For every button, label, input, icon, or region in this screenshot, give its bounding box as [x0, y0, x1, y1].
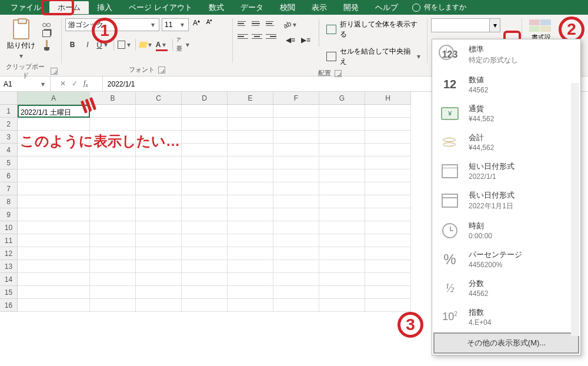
cell[interactable]: [182, 273, 228, 286]
copy-button[interactable]: [41, 29, 52, 38]
orientation-button[interactable]: ab▾: [283, 18, 298, 31]
cell[interactable]: [319, 286, 365, 299]
menu-view[interactable]: 表示: [303, 1, 335, 14]
col-header-B[interactable]: B: [90, 92, 136, 105]
cell[interactable]: [90, 247, 136, 260]
cell[interactable]: [136, 208, 182, 221]
cell[interactable]: [228, 234, 273, 247]
name-box[interactable]: A1▾: [0, 76, 51, 91]
cell[interactable]: [182, 195, 228, 208]
cell[interactable]: [18, 247, 90, 260]
dialog-launcher-icon[interactable]: [158, 66, 165, 74]
col-header-A[interactable]: A: [18, 92, 90, 105]
menu-formulas[interactable]: 数式: [201, 1, 232, 14]
cell[interactable]: [365, 131, 411, 144]
format-option-7[interactable]: %パーセンテージ4456200%: [432, 245, 580, 274]
row-header[interactable]: 10: [0, 221, 18, 234]
cell[interactable]: [273, 247, 319, 260]
format-option-8[interactable]: ½分数44562: [432, 274, 580, 302]
cell[interactable]: [365, 234, 411, 247]
fill-color-button[interactable]: ▾: [139, 38, 153, 51]
cell[interactable]: [228, 144, 273, 157]
cell[interactable]: [182, 105, 228, 118]
cell[interactable]: [136, 118, 182, 131]
menu-pagelayout[interactable]: ページ レイアウト: [121, 1, 201, 14]
format-option-5[interactable]: 長い日付形式2022年1月1日: [432, 185, 580, 216]
cell[interactable]: [182, 169, 228, 182]
cell[interactable]: [319, 208, 365, 221]
format-painter-button[interactable]: [41, 39, 52, 49]
format-option-6[interactable]: 時刻0:00:00: [432, 216, 580, 245]
cell[interactable]: [90, 118, 136, 131]
cell[interactable]: [18, 208, 90, 221]
cell[interactable]: [365, 299, 411, 312]
cell[interactable]: [365, 247, 411, 260]
align-top-button[interactable]: [236, 18, 249, 29]
dialog-launcher-icon[interactable]: [335, 70, 342, 77]
cell[interactable]: [228, 299, 273, 312]
cell[interactable]: [319, 195, 365, 208]
row-header[interactable]: 15: [0, 286, 18, 299]
row-header[interactable]: 6: [0, 169, 18, 182]
cell[interactable]: [319, 118, 365, 131]
cancel-formula-button[interactable]: ✕: [60, 79, 66, 88]
cell[interactable]: [273, 182, 319, 195]
cell[interactable]: [136, 182, 182, 195]
menu-review[interactable]: 校閲: [272, 1, 303, 14]
cell[interactable]: [18, 118, 90, 131]
cell[interactable]: [273, 105, 319, 118]
increase-indent-button[interactable]: ▶≡: [299, 34, 313, 46]
merge-center-button[interactable]: セルを結合して中央揃え ▾: [325, 45, 423, 68]
row-header[interactable]: 4: [0, 144, 18, 157]
cell[interactable]: [182, 299, 228, 312]
cell[interactable]: [18, 286, 90, 299]
cell[interactable]: [319, 105, 365, 118]
cell[interactable]: [365, 208, 411, 221]
cell[interactable]: [182, 118, 228, 131]
cell[interactable]: [273, 208, 319, 221]
col-header-D[interactable]: D: [182, 92, 228, 105]
cell[interactable]: [365, 144, 411, 157]
cell[interactable]: [365, 221, 411, 234]
select-all-corner[interactable]: [0, 92, 18, 105]
cell[interactable]: [365, 260, 411, 273]
row-header[interactable]: 7: [0, 182, 18, 195]
cell[interactable]: [18, 195, 90, 208]
cell[interactable]: [228, 221, 273, 234]
cell[interactable]: [136, 299, 182, 312]
cell[interactable]: [90, 169, 136, 182]
cell[interactable]: [228, 247, 273, 260]
cell[interactable]: [136, 195, 182, 208]
cell[interactable]: [90, 157, 136, 169]
cell[interactable]: [182, 247, 228, 260]
cell[interactable]: [136, 273, 182, 286]
cell[interactable]: [228, 286, 273, 299]
increase-font-button[interactable]: A▴: [191, 18, 202, 31]
cell[interactable]: [182, 157, 228, 169]
format-option-1[interactable]: 12数値44562: [432, 70, 580, 99]
cell[interactable]: [273, 144, 319, 157]
number-format-dropdown-button[interactable]: ▾: [489, 19, 500, 32]
decrease-font-button[interactable]: A▾: [204, 18, 215, 31]
cell[interactable]: [18, 157, 90, 169]
row-header[interactable]: 9: [0, 208, 18, 221]
align-left-button[interactable]: [236, 31, 249, 42]
cell[interactable]: [90, 105, 136, 118]
cell[interactable]: [365, 169, 411, 182]
enter-formula-button[interactable]: ✓: [72, 79, 78, 88]
cell[interactable]: [90, 221, 136, 234]
col-header-G[interactable]: G: [319, 92, 365, 105]
cell[interactable]: [182, 286, 228, 299]
row-header[interactable]: 1: [0, 105, 18, 118]
row-header[interactable]: 3: [0, 131, 18, 144]
cell[interactable]: [228, 195, 273, 208]
cell[interactable]: [319, 234, 365, 247]
dialog-launcher-icon[interactable]: [51, 68, 58, 75]
cell[interactable]: [365, 157, 411, 169]
cell[interactable]: [273, 234, 319, 247]
cell[interactable]: [273, 157, 319, 169]
format-option-2[interactable]: 通貨¥44,562: [432, 99, 580, 128]
cell[interactable]: [90, 234, 136, 247]
menu-insert[interactable]: 挿入: [89, 1, 121, 14]
menu-help[interactable]: ヘルプ: [367, 1, 406, 14]
